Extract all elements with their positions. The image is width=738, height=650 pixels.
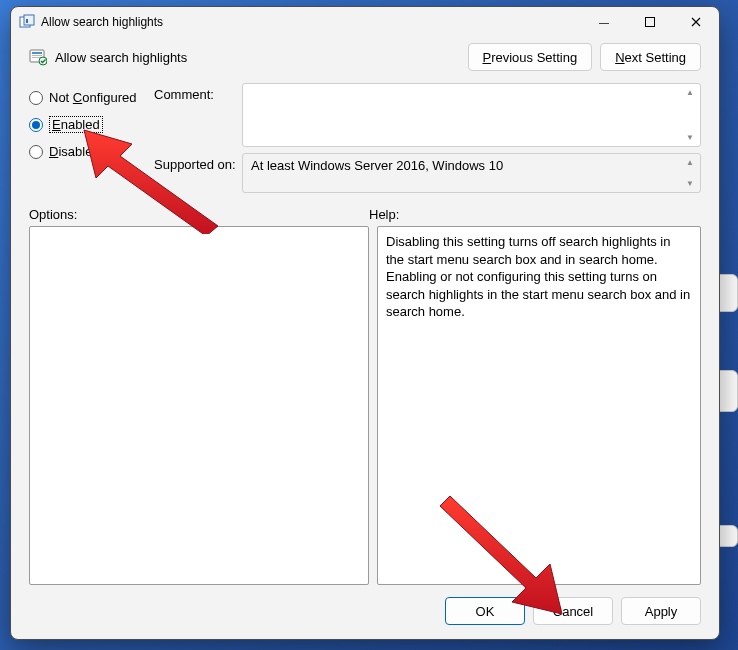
apply-button[interactable]: Apply <box>621 597 701 625</box>
help-label: Help: <box>369 207 399 222</box>
radio-icon <box>29 118 43 132</box>
close-button[interactable] <box>673 7 719 37</box>
options-panel <box>29 226 369 585</box>
ok-button[interactable]: OK <box>445 597 525 625</box>
help-panel: Disabling this setting turns off search … <box>377 226 701 585</box>
titlebar: Allow search highlights — <box>11 7 719 37</box>
options-label: Options: <box>29 207 369 222</box>
supported-on-value: At least Windows Server 2016, Windows 10… <box>242 153 701 193</box>
minimize-button[interactable]: — <box>581 7 627 37</box>
svg-rect-4 <box>32 52 42 54</box>
help-text: Disabling this setting turns off search … <box>386 234 690 319</box>
window-title: Allow search highlights <box>41 15 581 29</box>
comment-label: Comment: <box>154 83 242 147</box>
supported-on-label: Supported on: <box>154 153 242 193</box>
state-radio-group: Not Configured Enabled Disabled <box>29 83 154 197</box>
svg-rect-1 <box>24 15 34 25</box>
radio-enabled[interactable]: Enabled <box>29 116 154 133</box>
maximize-button[interactable] <box>627 7 673 37</box>
policy-name: Allow search highlights <box>55 50 460 65</box>
radio-icon <box>29 91 43 105</box>
svg-point-7 <box>39 57 47 65</box>
previous-setting-button[interactable]: Previous Setting <box>468 43 593 71</box>
policy-titlebar-icon <box>19 14 35 30</box>
policy-window: Allow search highlights — Allow search h… <box>10 6 720 640</box>
comment-textarea[interactable]: ▲▼ <box>242 83 701 147</box>
svg-rect-5 <box>32 55 42 56</box>
radio-disabled[interactable]: Disabled <box>29 144 154 159</box>
radio-icon <box>29 145 43 159</box>
radio-not-configured[interactable]: Not Configured <box>29 90 154 105</box>
cancel-button[interactable]: Cancel <box>533 597 613 625</box>
svg-rect-2 <box>646 18 655 27</box>
policy-icon <box>29 48 47 66</box>
next-setting-button[interactable]: Next Setting <box>600 43 701 71</box>
